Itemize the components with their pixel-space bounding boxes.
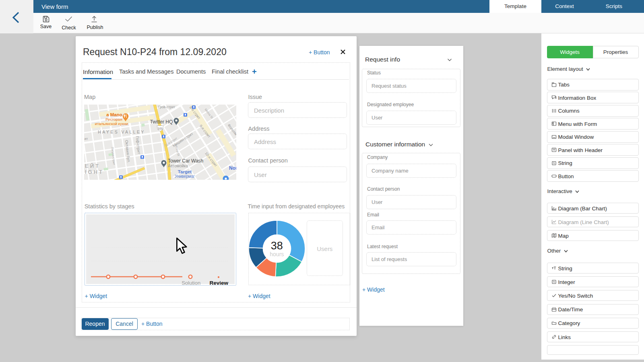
svg-text:Twitter HQ: Twitter HQ: [150, 119, 173, 125]
svg-text:ит: ит: [85, 137, 88, 141]
svg-text:Target: Target: [178, 169, 192, 174]
svg-text:Tower Car Wash: Tower Car Wash: [168, 158, 203, 164]
svg-text:HAYES VALLEY: HAYES VALLEY: [98, 130, 145, 134]
svg-text:Гров-стрит: Гров-стрит: [158, 105, 175, 109]
svg-text:IGHT: IGHT: [85, 169, 104, 175]
svg-text:итальянской кухни: итальянской кухни: [95, 121, 128, 126]
svg-text:Nor: Nor: [229, 165, 236, 171]
svg-text:Универмаг: Универмаг: [175, 174, 195, 179]
svg-text:ЕЙТ: ЕЙТ: [85, 163, 100, 169]
svg-text:a Mano: a Mano: [106, 112, 122, 117]
svg-text:Автомойка: Автомойка: [168, 164, 188, 168]
svg-text:Ресторан: Ресторан: [105, 117, 122, 121]
svg-text:101: 101: [158, 127, 163, 130]
